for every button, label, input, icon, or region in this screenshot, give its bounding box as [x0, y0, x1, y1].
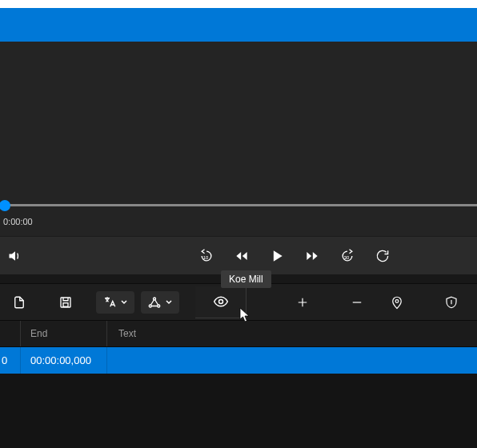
svg-text:30: 30	[344, 255, 350, 260]
save-button[interactable]	[38, 284, 93, 321]
player-controls: 10 30	[0, 236, 477, 274]
network-icon	[147, 295, 162, 310]
skip-back-10-button[interactable]: 10	[196, 246, 217, 266]
svg-text:10: 10	[203, 255, 209, 260]
add-subtitle-button[interactable]	[275, 284, 330, 321]
shield-icon	[444, 295, 459, 310]
skip-back-10-icon: 10	[198, 248, 214, 264]
svg-point-6	[158, 305, 160, 307]
network-dropdown[interactable]	[141, 291, 179, 314]
current-time: 0:00:00	[3, 217, 33, 226]
tooltip: Koe Mill	[221, 270, 271, 288]
open-file-button[interactable]	[0, 284, 38, 321]
skip-forward-30-button[interactable]: 30	[337, 246, 358, 266]
progress-track[interactable]	[5, 204, 477, 206]
replay-button[interactable]	[372, 246, 393, 266]
svg-rect-3	[63, 302, 68, 306]
mark-out-button[interactable]	[424, 284, 477, 321]
table-empty-area	[0, 374, 477, 448]
fast-forward-button[interactable]	[302, 246, 323, 266]
svg-point-5	[149, 305, 151, 307]
subtitle-table-header: End Text	[0, 321, 477, 347]
skip-forward-30-icon: 30	[339, 248, 355, 264]
subtitle-toolbar	[0, 284, 477, 321]
fast-forward-icon	[304, 248, 320, 264]
mark-in-button[interactable]	[370, 284, 424, 321]
plus-icon	[295, 295, 310, 310]
table-row[interactable]: 0 00:00:00,000	[0, 347, 477, 374]
title-bar	[0, 8, 477, 42]
chevron-down-icon	[120, 298, 128, 306]
svg-point-4	[154, 298, 156, 300]
video-preview	[0, 42, 477, 198]
cell-start[interactable]: 0	[0, 347, 21, 374]
translate-icon	[102, 295, 117, 310]
rewind-button[interactable]	[231, 246, 252, 266]
replay-icon	[375, 248, 391, 264]
eye-icon	[213, 294, 229, 310]
minus-icon	[350, 295, 364, 310]
translate-dropdown[interactable]	[96, 291, 134, 314]
window-chrome-top	[0, 0, 477, 8]
progress-area: 0:00:00	[0, 198, 477, 236]
save-icon	[58, 295, 73, 310]
location-pin-icon	[390, 295, 404, 310]
col-start-header	[0, 321, 21, 346]
chevron-down-icon	[165, 298, 173, 306]
volume-icon	[7, 248, 23, 264]
col-end-header: End	[21, 321, 107, 346]
volume-button[interactable]	[5, 246, 26, 266]
play-button[interactable]	[267, 246, 287, 266]
file-open-icon	[12, 295, 26, 310]
rewind-icon	[234, 248, 250, 264]
col-text-header: Text	[107, 321, 477, 346]
play-icon	[269, 248, 285, 264]
svg-rect-2	[61, 298, 70, 307]
progress-thumb[interactable]	[0, 200, 10, 211]
cell-end[interactable]: 00:00:00,000	[21, 347, 107, 374]
visibility-toggle[interactable]	[195, 286, 247, 318]
svg-point-7	[218, 300, 222, 304]
svg-point-8	[395, 299, 399, 302]
